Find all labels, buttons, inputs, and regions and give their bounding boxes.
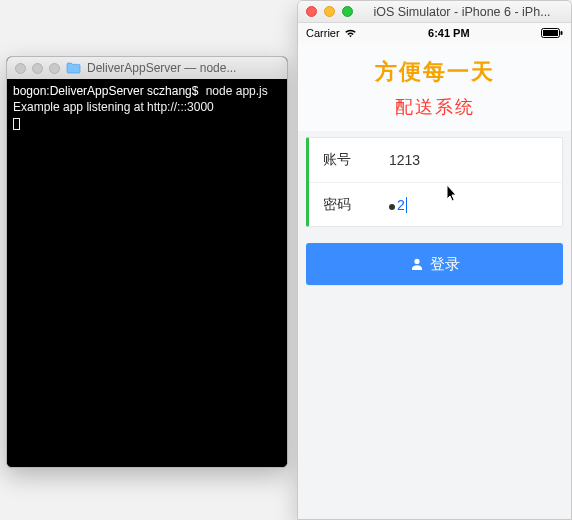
terminal-cursor (13, 118, 20, 130)
close-dot[interactable] (15, 63, 26, 74)
account-label: 账号 (323, 151, 371, 169)
app-root: 方便每一天 配送系统 账号 1213 密码 2 登录 (298, 43, 571, 519)
password-label: 密码 (323, 196, 371, 214)
password-visible-tail: 2 (397, 197, 405, 213)
terminal-window: DeliverAppServer — node... bogon:Deliver… (6, 56, 288, 468)
simulator-window: iOS Simulator - iPhone 6 - iPh... Carrie… (297, 0, 572, 520)
password-mask (389, 197, 397, 213)
simulator-traffic-lights (306, 6, 353, 17)
app-title-primary: 方便每一天 (298, 57, 571, 87)
carrier-label: Carrier (306, 27, 340, 39)
terminal-prompt: bogon:DeliverAppServer sczhang$ (13, 84, 198, 98)
terminal-titlebar[interactable]: DeliverAppServer — node... (7, 57, 287, 79)
password-field[interactable]: 2 (371, 197, 552, 213)
simulator-title: iOS Simulator - iPhone 6 - iPh... (361, 5, 563, 19)
minimize-dot[interactable] (32, 63, 43, 74)
login-label: 登录 (430, 255, 460, 274)
zoom-icon[interactable] (342, 6, 353, 17)
zoom-dot[interactable] (49, 63, 60, 74)
app-title-secondary: 配送系统 (298, 95, 571, 119)
account-value: 1213 (389, 152, 420, 168)
folder-icon (66, 62, 81, 74)
close-icon[interactable] (306, 6, 317, 17)
svg-rect-1 (543, 30, 558, 36)
terminal-command: node app.js (206, 84, 268, 98)
terminal-body[interactable]: bogon:DeliverAppServer sczhang$ node app… (7, 79, 287, 467)
account-field[interactable]: 1213 (371, 152, 552, 168)
svg-rect-2 (560, 31, 562, 35)
ios-status-bar: Carrier 6:41 PM (298, 23, 571, 43)
minimize-icon[interactable] (324, 6, 335, 17)
text-caret (406, 197, 407, 213)
app-header: 方便每一天 配送系统 (298, 43, 571, 131)
terminal-traffic-lights (15, 63, 60, 74)
wifi-icon (344, 28, 357, 38)
terminal-output: Example app listening at http://:::3000 (13, 100, 214, 114)
login-form: 账号 1213 密码 2 (306, 137, 563, 227)
login-button[interactable]: 登录 (306, 243, 563, 285)
person-icon (410, 257, 424, 271)
status-time: 6:41 PM (428, 27, 470, 39)
simulator-titlebar[interactable]: iOS Simulator - iPhone 6 - iPh... (298, 1, 571, 23)
account-row[interactable]: 账号 1213 (309, 138, 562, 182)
battery-icon (541, 28, 563, 38)
terminal-title: DeliverAppServer — node... (87, 61, 279, 75)
password-row[interactable]: 密码 2 (309, 182, 562, 226)
